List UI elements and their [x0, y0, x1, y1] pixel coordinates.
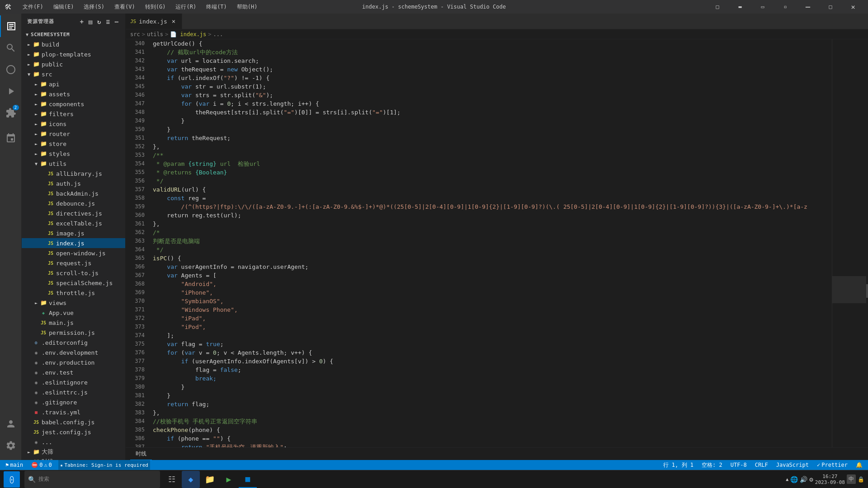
- tree-item-filters[interactable]: ►📁filters: [22, 109, 125, 119]
- status-tabnine[interactable]: ★ Tabnine: Sign-in is required: [58, 460, 150, 470]
- status-encoding[interactable]: UTF-8: [729, 460, 749, 470]
- taskbar-edge[interactable]: ◆: [182, 471, 200, 488]
- breadcrumb-utils[interactable]: utils: [147, 31, 163, 38]
- tree-item-api[interactable]: ►📁api: [22, 79, 125, 89]
- tree-item-styles[interactable]: ►📁styles: [22, 149, 125, 159]
- taskbar-chevron-icon[interactable]: ▲: [786, 477, 788, 482]
- code-content[interactable]: getUrlCode() { // 截取url中的code方法 var url …: [148, 39, 832, 447]
- bottom-panel-tab-timeline[interactable]: 时线: [130, 448, 152, 460]
- status-spaces[interactable]: 空格: 2: [700, 460, 724, 470]
- maximize-button[interactable]: □: [820, 0, 841, 14]
- tree-item-specialScheme.js[interactable]: JSspecialScheme.js: [22, 278, 125, 288]
- tree-item-plop-templates[interactable]: ►📁plop-templates: [22, 49, 125, 59]
- tree-item-allLibrary.js[interactable]: JSallLibrary.js: [22, 169, 125, 178]
- menu-select[interactable]: 选择(S): [80, 2, 108, 12]
- taskbar-vscode[interactable]: ■: [239, 471, 257, 488]
- status-errors[interactable]: ⛔ 0 ⚠ 0: [29, 460, 54, 470]
- tree-root[interactable]: ▼ SCHEMESYSTEM: [22, 29, 125, 39]
- tree-item-router[interactable]: ►📁router: [22, 129, 125, 139]
- activity-debug[interactable]: [0, 80, 22, 102]
- tree-item-App.vue[interactable]: ◈App.vue: [22, 308, 125, 318]
- tab-close-icon[interactable]: ×: [170, 18, 177, 25]
- menu-goto[interactable]: 转到(G): [142, 2, 170, 12]
- menu-run[interactable]: 运行(R): [172, 2, 200, 12]
- tree-item-.editorconfig[interactable]: ⚙.editorconfig: [22, 338, 125, 347]
- taskbar-file-explorer[interactable]: 📁: [201, 471, 219, 488]
- tree-item-main.js[interactable]: JSmain.js: [22, 318, 125, 328]
- tree-item-views[interactable]: ►📁views: [22, 298, 125, 308]
- layout-panel-icon[interactable]: ▫: [775, 0, 796, 14]
- tree-item-excelTable.js[interactable]: JSexcelTable.js: [22, 218, 125, 228]
- tree-item-auth.js[interactable]: JSauth.js: [22, 178, 125, 188]
- input-method-icon[interactable]: 中: [847, 474, 856, 484]
- tree-item-build[interactable]: ►📁build: [22, 39, 125, 49]
- menu-terminal[interactable]: 终端(T): [203, 2, 231, 12]
- activity-search[interactable]: [0, 37, 22, 59]
- status-notifications[interactable]: 🔔: [854, 460, 864, 470]
- menu-view[interactable]: 查看(V): [111, 2, 139, 12]
- breadcrumb-more[interactable]: ...: [213, 31, 223, 38]
- tree-item-.env.production[interactable]: ◉.env.production: [22, 357, 125, 367]
- tree-item-request.js[interactable]: JSrequest.js: [22, 258, 125, 268]
- taskbar-task-view[interactable]: ☷: [163, 471, 181, 488]
- tree-item-debounce.js[interactable]: JSdebounce.js: [22, 198, 125, 208]
- tree-item-.eslinttrc.js[interactable]: ◉.eslinttrc.js: [22, 387, 125, 397]
- tree-item-store[interactable]: ►📁store: [22, 139, 125, 149]
- notification-icon[interactable]: 🔒: [858, 476, 864, 483]
- tree-item-.env.development[interactable]: ◉.env.development: [22, 347, 125, 357]
- tree-item-index.js[interactable]: JSindex.js: [22, 238, 125, 248]
- tree-item-assets[interactable]: ►📁assets: [22, 89, 125, 99]
- tree-item-utils[interactable]: ▼📁utils: [22, 159, 125, 169]
- activity-account[interactable]: [0, 413, 22, 435]
- minimap[interactable]: [832, 39, 868, 447]
- status-language[interactable]: JavaScript: [774, 460, 811, 470]
- code-area[interactable]: 3403413423433443453463473483493503513523…: [126, 39, 832, 447]
- tree-item-jest.config.js[interactable]: JSjest.config.js: [22, 427, 125, 437]
- tree-item-.env.test[interactable]: ◉.env.test: [22, 367, 125, 377]
- layout-icon[interactable]: □: [707, 0, 728, 14]
- tree-item-时线[interactable]: ►📁时线: [22, 457, 125, 460]
- layout-split-icon[interactable]: ▭: [752, 0, 773, 14]
- breadcrumb-src[interactable]: src: [130, 31, 140, 38]
- close-button[interactable]: ×: [843, 0, 863, 14]
- battery-icon[interactable]: ⚙: [809, 476, 813, 483]
- minimap-slider[interactable]: [866, 284, 868, 298]
- tab-index-js[interactable]: JS index.js ×: [126, 14, 182, 29]
- minimize-button[interactable]: −: [797, 0, 818, 14]
- tree-item-src[interactable]: ▼📁src: [22, 69, 125, 79]
- tree-item-components[interactable]: ►📁components: [22, 99, 125, 109]
- status-prettier[interactable]: ✓ Prettier: [815, 460, 849, 470]
- activity-explorer[interactable]: [0, 15, 22, 37]
- speaker-icon[interactable]: 🔊: [800, 476, 807, 483]
- taskbar-chrome[interactable]: ▶: [220, 471, 238, 488]
- breadcrumb-file[interactable]: 📄 index.js: [170, 31, 206, 38]
- tree-item-public[interactable]: ►📁public: [22, 59, 125, 69]
- status-line-col[interactable]: 行 1, 列 1: [661, 460, 695, 470]
- tree-item-大筛[interactable]: ►📁大筛: [22, 447, 125, 457]
- tree-item-scroll-to.js[interactable]: JSscroll-to.js: [22, 268, 125, 278]
- taskbar-search[interactable]: 🔍 搜索: [24, 471, 160, 488]
- tree-item-icons[interactable]: ►📁icons: [22, 119, 125, 129]
- taskbar-start-button[interactable]: ⨀: [4, 471, 20, 488]
- menu-help[interactable]: 帮助(H): [233, 2, 261, 12]
- activity-remote[interactable]: [0, 127, 22, 149]
- taskbar-clock[interactable]: 16:27 2023-09-08: [815, 474, 845, 485]
- new-folder-icon[interactable]: ▤: [88, 17, 94, 26]
- network-icon[interactable]: 🌐: [790, 476, 798, 483]
- tree-item-backAdmin.js[interactable]: JSbackAdmin.js: [22, 188, 125, 198]
- tree-item-throttle.js[interactable]: JSthrottle.js: [22, 288, 125, 298]
- tree-item-.eslintignore[interactable]: ◉.eslintignore: [22, 377, 125, 387]
- new-file-icon[interactable]: +: [79, 17, 85, 26]
- menu-edit[interactable]: 编辑(E): [50, 2, 78, 12]
- refresh-icon[interactable]: ↻: [96, 17, 102, 26]
- tree-item-babel.config.js[interactable]: JSbabel.config.js: [22, 417, 125, 427]
- more-icon[interactable]: ⋯: [114, 17, 120, 26]
- tree-item-image.js[interactable]: JSimage.js: [22, 228, 125, 238]
- activity-git[interactable]: [0, 59, 22, 80]
- collapse-icon[interactable]: ≡: [105, 17, 111, 26]
- activity-extensions[interactable]: 2: [0, 102, 22, 124]
- tree-item-open-window.js[interactable]: JSopen-window.js: [22, 248, 125, 258]
- tree-item-permission.js[interactable]: JSpermission.js: [22, 328, 125, 338]
- layout-sidebar-icon[interactable]: ▬: [730, 0, 750, 14]
- menu-file[interactable]: 文件(F): [19, 2, 47, 12]
